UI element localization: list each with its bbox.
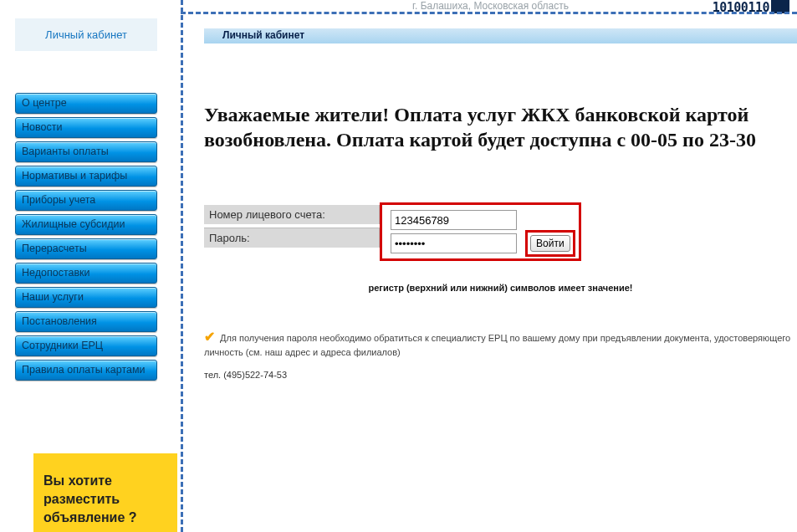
sidebar-item-news[interactable]: Новости: [15, 117, 157, 138]
announcement-heading: Уважаемые жители! Оплата услуг ЖКХ банко…: [204, 102, 792, 152]
password-help-note: ✔ Для получения пароля необходимо обрати…: [204, 330, 797, 360]
section-title: Личный кабинет: [222, 29, 304, 41]
case-sensitivity-note: регистр (верхний или нижний) символов им…: [204, 283, 797, 293]
divider-vertical: [181, 0, 183, 532]
login-button-highlight: Войти: [525, 230, 575, 257]
account-label: Номер лицевого счета:: [204, 205, 380, 224]
check-icon: ✔: [204, 330, 215, 344]
sidebar-item-meters[interactable]: Приборы учета: [15, 190, 157, 211]
sidebar-item-shortage[interactable]: Недопоставки: [15, 263, 157, 284]
password-label: Пароль:: [204, 228, 380, 248]
phone-text: тел. (495)522-74-53: [204, 370, 797, 380]
password-input[interactable]: [391, 233, 517, 253]
sidebar-item-recalc[interactable]: Перерасчеты: [15, 238, 157, 259]
sidebar-item-decrees[interactable]: Постановления: [15, 311, 157, 332]
login-form: Номер лицевого счета: Пароль: Войти: [204, 202, 797, 261]
account-input[interactable]: [391, 210, 517, 230]
ad-line: разместить: [43, 490, 167, 509]
sidebar-item-staff[interactable]: Сотрудники ЕРЦ: [15, 335, 157, 356]
sidebar-title: Личный кабинет: [15, 18, 157, 51]
ad-line: Вы хотите: [43, 472, 167, 490]
login-button[interactable]: Войти: [530, 235, 570, 252]
location-text: г. Балашиха, Московская область: [184, 0, 797, 12]
sidebar-item-about[interactable]: О центре: [15, 93, 157, 114]
divider-horizontal: [181, 12, 797, 14]
sidebar-item-card-rules[interactable]: Правила оплаты картами: [15, 360, 157, 381]
sidebar-nav: О центре Новости Варианты оплаты Нормати…: [15, 93, 157, 381]
sidebar-item-services[interactable]: Наши услуги: [15, 287, 157, 308]
sidebar-item-payment[interactable]: Варианты оплаты: [15, 141, 157, 162]
sidebar-item-tariffs[interactable]: Нормативы и тарифы: [15, 166, 157, 187]
ad-line: объявление ?: [43, 509, 167, 527]
login-highlight-box: Войти: [380, 202, 581, 261]
sidebar-item-subsidies[interactable]: Жилищные субсидии: [15, 214, 157, 235]
ad-banner[interactable]: Вы хотите разместить объявление ?: [33, 453, 177, 532]
section-stripe: Личный кабинет: [204, 28, 797, 43]
